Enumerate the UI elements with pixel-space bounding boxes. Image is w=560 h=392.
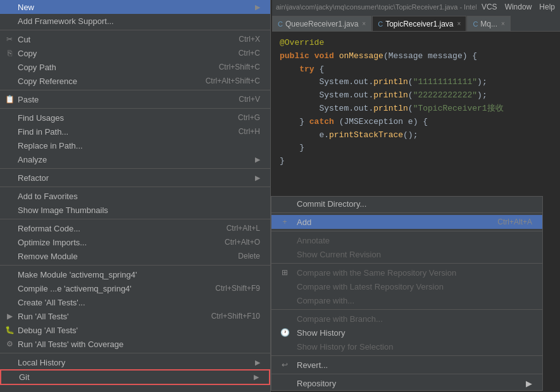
submenu-sep-sep2	[271, 263, 542, 264]
submenu-item-add[interactable]: +AddCtrl+Alt+A	[271, 215, 542, 229]
menu-label-replace-in-path: Replace in Path...	[18, 141, 83, 150]
menu-label-copy: Copy	[18, 49, 37, 58]
submenu-icon-add: +	[278, 217, 292, 226]
menu-item-git[interactable]: Git▶	[0, 369, 270, 385]
submenu-label-compare-with: Compare with...	[297, 296, 354, 305]
submenu-label-add: Add	[297, 217, 311, 227]
menu-item-run-all-tests[interactable]: ▶Run 'All Tests'Ctrl+Shift+F10	[0, 309, 270, 323]
menu-item-find-usages[interactable]: Find UsagesCtrl+G	[0, 111, 270, 125]
menu-label-find-usages: Find Usages	[18, 113, 64, 123]
menu-shortcut-copy-reference: Ctrl+Alt+Shift+C	[206, 77, 260, 85]
menu-item-add-framework[interactable]: Add Framework Support...	[0, 14, 270, 28]
submenu-label-show-history-selection: Show History for Selection	[297, 342, 393, 352]
menu-shortcut-compile: Ctrl+Shift+F9	[215, 284, 260, 293]
tab-2[interactable]: CMq...×	[467, 16, 510, 31]
menu-shortcut-find-usages: Ctrl+G	[238, 113, 260, 122]
submenu-label-show-current-revision: Show Current Revision	[297, 250, 381, 259]
menu-item-new[interactable]: New▶	[0, 0, 270, 14]
submenu-item-show-history[interactable]: 🕐Show History	[271, 326, 542, 340]
menu-item-copy-path[interactable]: Copy PathCtrl+Shift+C	[0, 60, 270, 74]
menu-separator-sep1	[0, 30, 270, 30]
menu-label-create-all-tests: Create 'All Tests'...	[18, 298, 85, 307]
menu-item-analyze[interactable]: Analyze▶	[0, 152, 270, 166]
menu-label-reformat-code: Reformat Code...	[18, 224, 80, 233]
submenu-sep-top	[271, 212, 542, 213]
menu-item-cut[interactable]: ✂CutCtrl+X	[0, 32, 270, 46]
menu-shortcut-cut: Ctrl+X	[239, 35, 260, 44]
submenu-shortcut-add: Ctrl+Alt+A	[497, 217, 532, 226]
menu-item-reformat-code[interactable]: Reformat Code...Ctrl+Alt+L	[0, 221, 270, 235]
submenu-label-compare-same-repo: Compare with the Same Repository Version	[297, 268, 456, 278]
menu-label-show-image-thumbnails: Show Image Thumbnails	[18, 205, 108, 215]
menu-separator-sep7	[0, 265, 270, 266]
tab-label-2: Mq...	[480, 20, 497, 28]
menu-bar-item-vcs[interactable]: VCS	[482, 3, 497, 11]
submenu-header-label: Commit Directory...	[297, 199, 366, 209]
menu-item-run-coverage[interactable]: ⚙Run 'All Tests' with Coverage	[0, 337, 270, 351]
menu-shortcut-copy-path: Ctrl+Shift+C	[219, 63, 260, 71]
tab-close-1[interactable]: ×	[457, 20, 461, 27]
tab-1[interactable]: CTopicReceiver1.java×	[372, 16, 466, 31]
submenu-label-compare-latest: Compare with Latest Repository Version	[297, 282, 444, 291]
menu-label-refactor: Refactor	[18, 173, 49, 183]
menu-label-optimize-imports: Optimize Imports...	[18, 238, 87, 247]
submenu-label-show-history: Show History	[297, 328, 345, 338]
menu-arrow-new: ▶	[255, 3, 260, 11]
submenu-item-show-history-selection: Show History for Selection	[271, 340, 542, 353]
menu-item-copy[interactable]: ⎘CopyCtrl+C	[0, 46, 270, 60]
menu-item-copy-reference[interactable]: Copy ReferenceCtrl+Alt+Shift+C	[0, 74, 270, 88]
submenu-sep-sep5	[271, 374, 542, 374]
menu-label-make-module: Make Module 'activemq_spring4'	[18, 270, 137, 279]
menu-item-refactor[interactable]: Refactor▶	[0, 171, 270, 185]
tab-label-1: TopicReceiver1.java	[385, 20, 453, 28]
submenu-item-repository[interactable]: Repository▶	[271, 376, 542, 390]
menu-item-create-all-tests[interactable]: Create 'All Tests'...	[0, 295, 270, 309]
tab-close-0[interactable]: ×	[362, 20, 366, 27]
menu-item-show-image-thumbnails[interactable]: Show Image Thumbnails	[0, 203, 270, 217]
menu-label-run-all-tests: Run 'All Tests'	[18, 312, 69, 321]
menu-label-remove-module: Remove Module	[18, 252, 78, 261]
submenu-item-compare-same-repo: ⊞Compare with the Same Repository Versio…	[271, 266, 542, 279]
menu-bar-item-window[interactable]: Window	[505, 3, 532, 11]
tab-label-0: QueueReceiver1.java	[285, 20, 358, 28]
menu-icon-cut: ✂	[4, 35, 15, 44]
menu-item-add-to-favorites[interactable]: Add to Favorites	[0, 189, 270, 203]
submenu-item-compare-latest: Compare with Latest Repository Version	[271, 279, 542, 293]
menu-label-cut: Cut	[18, 35, 30, 44]
submenu-sep-sep4	[271, 355, 542, 356]
tab-icon-1: C	[378, 20, 383, 28]
menu-item-paste[interactable]: 📋PasteCtrl+V	[0, 92, 270, 106]
submenu-item-revert[interactable]: ↩Revert...	[271, 358, 542, 372]
menu-item-make-module[interactable]: Make Module 'activemq_spring4'	[0, 267, 270, 281]
submenu-header[interactable]: Commit Directory...	[271, 197, 542, 211]
menu-item-local-history[interactable]: Local History▶	[0, 355, 270, 369]
menu-shortcut-remove-module: Delete	[238, 252, 260, 260]
menu-item-remove-module[interactable]: Remove ModuleDelete	[0, 249, 270, 263]
menu-item-compile[interactable]: Compile ...e 'activemq_spring4'Ctrl+Shif…	[0, 281, 270, 295]
submenu-item-show-current-revision: Show Current Revision	[271, 247, 542, 261]
context-menu-left: New▶Add Framework Support...✂CutCtrl+X⎘C…	[0, 0, 271, 392]
menu-label-debug-all-tests: Debug 'All Tests'	[18, 326, 78, 335]
menu-icon-paste: 📋	[4, 95, 15, 104]
tab-close-2[interactable]: ×	[501, 20, 505, 27]
menu-item-debug-all-tests[interactable]: 🐛Debug 'All Tests'	[0, 323, 270, 337]
submenu-sep-sep3	[271, 309, 542, 310]
submenu-label-compare-branch: Compare with Branch...	[297, 314, 383, 324]
submenu-sep-sep1	[271, 231, 542, 231]
submenu-label-repository: Repository	[297, 379, 336, 388]
menu-label-copy-reference: Copy Reference	[18, 77, 77, 86]
menu-item-find-in-path[interactable]: Find in Path...Ctrl+H	[0, 125, 270, 138]
tab-icon-0: C	[278, 20, 283, 28]
menu-label-compile: Compile ...e 'activemq_spring4'	[18, 284, 132, 293]
top-menu-bar: VCSWindowHelp	[476, 0, 560, 14]
submenu-icon-compare-same-repo: ⊞	[278, 268, 292, 277]
tab-0[interactable]: CQueueReceiver1.java×	[272, 16, 371, 31]
menu-item-optimize-imports[interactable]: Optimize Imports...Ctrl+Alt+O	[0, 235, 270, 249]
menu-arrow-analyze: ▶	[255, 156, 260, 164]
menu-item-replace-in-path[interactable]: Replace in Path...	[0, 138, 270, 152]
menu-separator-sep6	[0, 219, 270, 219]
menu-separator-sep4	[0, 168, 270, 169]
menu-arrow-local-history: ▶	[255, 358, 260, 367]
menu-bar-item-help[interactable]: Help	[539, 3, 555, 11]
submenu-label-revert: Revert...	[297, 360, 328, 370]
